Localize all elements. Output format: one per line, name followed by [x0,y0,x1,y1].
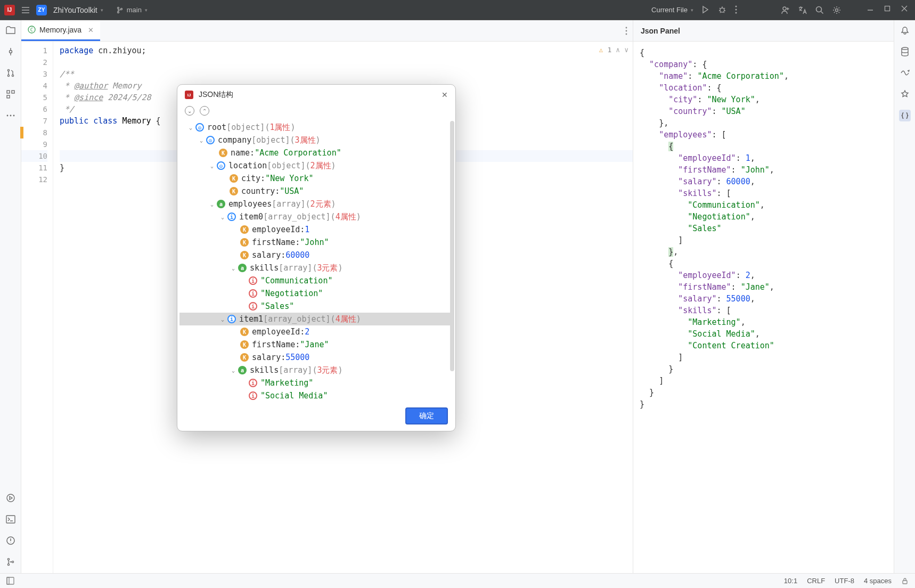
run-icon[interactable] [701,5,710,15]
debug-icon[interactable] [718,5,728,15]
json-panel: Json Panel { "company": { "name": "Acme … [633,20,894,573]
caret-position[interactable]: 10:1 [784,577,797,585]
tree-node-root[interactable]: ⌄◎root [object] (1属性) [179,121,453,134]
svg-point-11 [9,51,12,53]
git-icon[interactable] [5,556,17,568]
tab-more-icon[interactable] [620,20,633,41]
svg-point-25 [7,564,9,565]
tab-memory-java[interactable]: C Memory.java ✕ [21,20,100,41]
tree-node[interactable]: Kcountry: "USA" [179,185,453,198]
svg-point-3 [720,8,724,12]
prev-highlight-icon[interactable]: ∧ [616,46,620,54]
project-selector[interactable]: ZhiYouToolkit▾ [53,6,103,14]
tree-node[interactable]: i"Sales" [179,300,453,313]
tree-node[interactable]: i"Social Media" [179,389,453,401]
close-window-icon[interactable] [901,5,911,15]
app-logo-icon: IJ [4,5,15,15]
tree-node[interactable]: i"Communication" [179,274,453,287]
svg-text:C: C [30,27,33,32]
json-body[interactable]: { "company": { "name": "Acme Corporation… [633,42,894,573]
expand-all-icon[interactable]: ⌄ [185,106,194,116]
notifications-icon[interactable] [899,24,911,36]
maven-icon[interactable] [899,67,911,79]
titlebar: IJ ZY ZhiYouToolkit▾ main▾ Current File▾ [0,0,915,20]
tree-node[interactable]: Ksalary: 55000 [179,351,453,364]
svg-point-14 [12,75,13,76]
tree-node[interactable]: KemployeeId: 2 [179,325,453,338]
status-bar: 10:1 CRLF UTF-8 4 spaces [0,573,915,588]
svg-point-5 [736,9,737,10]
svg-point-9 [836,9,838,11]
tree-node[interactable]: KfirstName: "John" [179,236,453,249]
svg-point-21 [7,494,14,502]
indent[interactable]: 4 spaces [864,577,892,585]
svg-point-1 [117,11,119,13]
svg-rect-17 [7,95,10,98]
next-highlight-icon[interactable]: ∨ [624,46,628,54]
dialog-close-icon[interactable]: ✕ [442,91,448,99]
encoding[interactable]: UTF-8 [835,577,854,585]
vcs-branch[interactable]: main▾ [116,6,148,14]
gutter: 123 456 789 101112 [21,42,53,573]
dialog-scrollbar[interactable] [450,121,454,371]
status-tool-icon[interactable] [6,577,14,585]
json-panel-icon[interactable] [899,110,911,121]
svg-point-7 [783,7,786,10]
bookmark-icon[interactable] [899,88,911,100]
project-icon[interactable] [5,24,17,36]
database-icon[interactable] [899,46,911,58]
svg-point-0 [117,7,119,9]
svg-point-24 [7,558,9,560]
hamburger-icon[interactable] [21,6,30,14]
add-user-icon[interactable] [781,5,790,15]
svg-point-12 [7,69,9,71]
svg-point-6 [736,12,737,13]
editor-column: C Memory.java ✕ 123 456 789 101112 packa… [21,20,633,573]
svg-rect-34 [7,577,9,584]
tree-node-employees[interactable]: ⌄aemployees [array] (2元素) [179,198,453,210]
dialog-tree[interactable]: ⌄◎root [object] (1属性) ⌄◎company [object]… [177,120,455,401]
tree-node-location[interactable]: ⌄◎location [object] (2属性) [179,159,453,172]
tree-node[interactable]: KfirstName: "Jane" [179,338,453,351]
tree-node-item1[interactable]: ⌄iitem1 [array_object] (4属性) [179,313,453,325]
svg-point-26 [12,561,13,562]
pull-requests-icon[interactable] [5,67,17,79]
collapse-all-icon[interactable]: ⌃ [200,106,209,116]
run-config-selector[interactable]: Current File▾ [651,6,693,14]
tree-node[interactable]: Kcity: "New York" [179,172,453,185]
more-tools-icon[interactable] [5,110,17,121]
maximize-icon[interactable] [884,5,894,15]
more-icon[interactable] [735,5,745,15]
right-tool-strip [894,20,915,573]
tree-node-skills0[interactable]: ⌄askills [array] (3元素) [179,262,453,274]
tree-node-item0[interactable]: ⌄iitem0 [array_object] (4属性) [179,210,453,223]
tree-node-company[interactable]: ⌄◎company [object] (3属性) [179,134,453,146]
search-icon[interactable] [815,5,824,15]
terminal-icon[interactable] [5,513,17,525]
tree-node[interactable]: Kname: "Acme Corporation" [179,146,453,159]
dialog-title: JSON结构 [199,90,233,100]
project-badge: ZY [36,5,47,15]
tree-node-skills1[interactable]: ⌄askills [array] (3元素) [179,364,453,377]
run-tool-icon[interactable] [5,492,17,504]
tree-node[interactable]: KemployeeId: 1 [179,223,453,236]
tree-node[interactable]: i"Negotiation" [179,287,453,300]
problems-icon[interactable] [5,535,17,546]
translate-icon[interactable] [798,5,807,15]
tree-node[interactable]: i"Marketing" [179,377,453,389]
tab-close-icon[interactable]: ✕ [88,26,94,34]
structure-icon[interactable] [5,88,17,100]
warning-icon: ⚠ [599,46,603,54]
inspection-widget[interactable]: ⚠ 1 ∧ ∨ [599,46,628,54]
tree-node[interactable]: Ksalary: 60000 [179,249,453,262]
line-separator[interactable]: CRLF [807,577,825,585]
json-panel-title: Json Panel [633,20,894,42]
readonly-icon[interactable] [901,577,909,585]
gear-icon[interactable] [832,5,842,15]
minimize-icon[interactable] [867,5,877,15]
json-structure-dialog: IJ JSON结构 ✕ ⌄ ⌃ ⌄◎root [object] (1属性) ⌄◎… [177,84,456,431]
commit-icon[interactable] [5,46,17,58]
editor-tab-bar: C Memory.java ✕ [21,20,633,42]
ok-button[interactable]: 确定 [405,407,448,424]
svg-point-20 [13,115,14,117]
